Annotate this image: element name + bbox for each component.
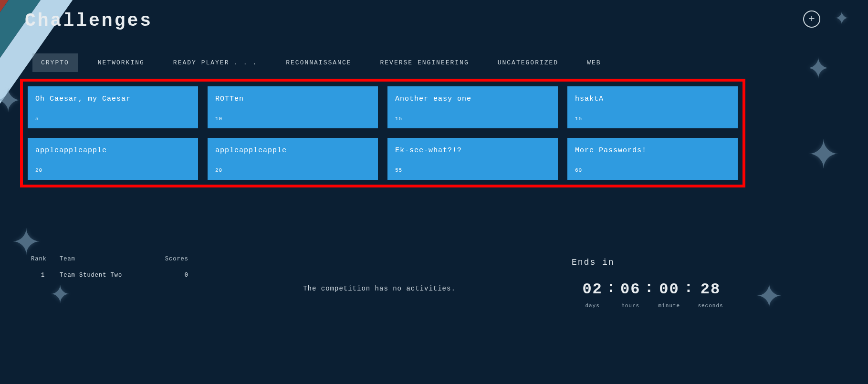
- challenge-card[interactable]: Another easy one 15: [387, 86, 558, 128]
- challenge-points: 60: [575, 167, 730, 173]
- challenge-points: 20: [215, 167, 370, 173]
- countdown-seconds-label: seconds: [698, 303, 723, 309]
- page-title: Challenges: [25, 10, 153, 31]
- challenge-highlight-box: Oh Caesar, my Caesar 5 ROTTen 10 Another…: [20, 79, 745, 187]
- challenge-card[interactable]: appleappleapple 20: [208, 138, 378, 180]
- challenge-card[interactable]: ROTTen 10: [208, 86, 378, 128]
- activities-panel: The competition has no activities.: [208, 253, 551, 324]
- challenge-card[interactable]: hsaktA 15: [567, 86, 738, 128]
- challenge-title: appleappleapple: [35, 146, 190, 155]
- header-team: Team: [55, 256, 155, 262]
- tab-reconnaissance[interactable]: RECONNAISSANCE: [277, 53, 360, 72]
- challenge-card[interactable]: Oh Caesar, my Caesar 5: [28, 86, 198, 128]
- countdown-days-value: 02: [582, 280, 602, 298]
- sparkle-icon: ✦: [756, 267, 782, 320]
- sparkle-icon: ✦: [808, 119, 839, 184]
- countdown-hours: 06 hours: [620, 280, 640, 309]
- challenge-title: Ek-see-what?!?: [395, 146, 550, 155]
- sparkle-icon: ✦: [0, 72, 21, 125]
- challenge-points: 10: [215, 116, 370, 122]
- scoreboard-row[interactable]: 1 Team Student Two 0: [26, 265, 193, 285]
- add-button[interactable]: +: [803, 10, 820, 28]
- category-tabs: CRYPTO NETWORKING READY PLAYER . . . REC…: [32, 53, 610, 72]
- countdown-minutes-value: 00: [659, 280, 679, 298]
- challenge-title: Another easy one: [395, 95, 550, 103]
- challenge-grid: Oh Caesar, my Caesar 5 ROTTen 10 Another…: [28, 86, 738, 180]
- row-team: Team Student Two: [55, 272, 155, 279]
- challenge-title: More Passwords!: [575, 146, 730, 155]
- countdown-sep: :: [607, 280, 617, 309]
- countdown-hours-value: 06: [620, 280, 640, 298]
- countdown-minutes: 00 minute: [659, 280, 680, 309]
- challenge-points: 15: [395, 116, 550, 122]
- challenge-card[interactable]: appleappleapple 20: [28, 138, 198, 180]
- countdown-sep: :: [684, 280, 694, 309]
- tab-networking[interactable]: NETWORKING: [89, 53, 153, 72]
- countdown-days-label: days: [585, 303, 599, 309]
- tab-uncategorized[interactable]: UNCATEGORIZED: [489, 53, 567, 72]
- challenge-card[interactable]: More Passwords! 60: [567, 138, 738, 180]
- tab-web[interactable]: WEB: [578, 53, 609, 72]
- countdown-days: 02 days: [582, 280, 602, 309]
- countdown-seconds: 28 seconds: [698, 280, 723, 309]
- tab-ready-player[interactable]: READY PLAYER . . .: [165, 53, 266, 72]
- tab-crypto[interactable]: CRYPTO: [32, 53, 78, 72]
- challenge-title: Oh Caesar, my Caesar: [35, 95, 190, 103]
- challenge-points: 55: [395, 167, 550, 173]
- row-rank: 1: [31, 272, 55, 279]
- challenge-title: appleappleapple: [215, 146, 370, 155]
- sparkle-icon: ✦: [835, 2, 849, 31]
- row-score: 0: [155, 272, 188, 279]
- countdown-sep: :: [644, 280, 654, 309]
- scoreboard-header: Rank Team Scores: [26, 253, 193, 265]
- header-scores: Scores: [155, 256, 188, 262]
- tab-reverse-engineering[interactable]: REVERSE ENGINEERING: [371, 53, 477, 72]
- challenge-title: ROTTen: [215, 95, 370, 103]
- challenge-points: 15: [575, 116, 730, 122]
- countdown-values: 02 days : 06 hours : 00 minute : 28 seco…: [572, 280, 734, 309]
- challenge-title: hsaktA: [575, 95, 730, 103]
- challenge-points: 5: [35, 116, 190, 122]
- countdown-title: Ends in: [572, 258, 734, 267]
- countdown-panel: Ends in 02 days : 06 hours : 00 minute :…: [572, 258, 734, 309]
- scoreboard-panel: Rank Team Scores 1 Team Student Two 0: [26, 253, 193, 285]
- header-rank: Rank: [31, 256, 55, 262]
- sparkle-icon: ✦: [807, 43, 830, 90]
- countdown-minutes-label: minute: [659, 303, 680, 309]
- challenge-card[interactable]: Ek-see-what?!? 55: [387, 138, 558, 180]
- challenge-points: 20: [35, 167, 190, 173]
- plus-icon: +: [808, 13, 815, 25]
- countdown-seconds-value: 28: [701, 280, 721, 298]
- activities-empty-message: The competition has no activities.: [303, 285, 456, 292]
- countdown-hours-label: hours: [621, 303, 639, 309]
